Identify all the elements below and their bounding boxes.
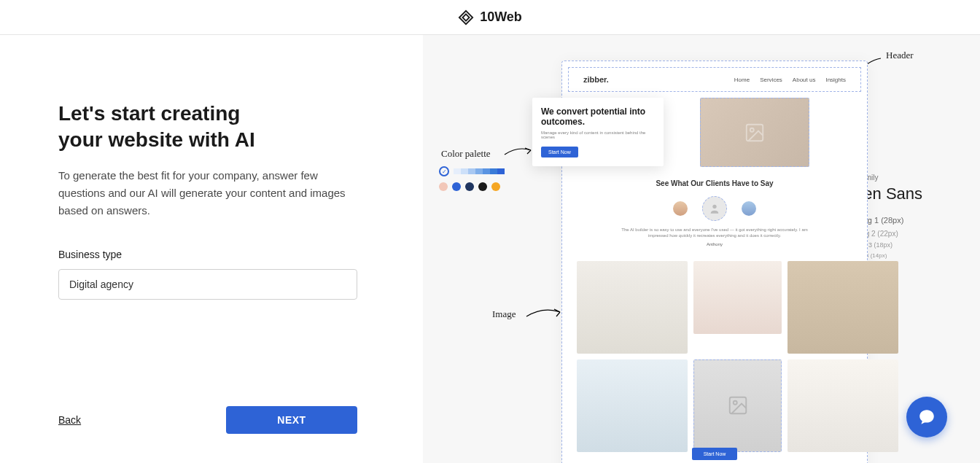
form-actions: Back NEXT xyxy=(58,406,357,434)
gallery-image-placeholder xyxy=(693,359,782,452)
palette-dot xyxy=(439,182,448,191)
palette-dot xyxy=(465,182,474,191)
arrow-image xyxy=(525,305,561,326)
preview-hero-button: Start Now xyxy=(541,147,578,157)
chat-button[interactable] xyxy=(906,397,947,437)
title-line2: your website with AI xyxy=(58,128,255,151)
business-type-label: Business type xyxy=(58,249,386,260)
palette-dot xyxy=(452,182,461,191)
preview-nav-item: Home xyxy=(734,77,750,83)
palette-dot xyxy=(491,182,500,191)
preview-nav: Home Services About us Insights xyxy=(734,77,846,83)
preview-clients: See What Our Clients Have to Say The AI … xyxy=(568,172,861,254)
preview-hero-sub: Manage every kind of content in consiste… xyxy=(541,131,655,139)
svg-point-0 xyxy=(712,205,716,209)
preview-gallery xyxy=(562,254,867,440)
palette-swatch xyxy=(454,168,461,174)
form-panel: Let's start creating your website with A… xyxy=(0,35,423,463)
gallery-image xyxy=(577,261,688,354)
title-line1: Let's start creating xyxy=(58,102,240,125)
preview-hero-card: We convert potential into outcomes. Mana… xyxy=(532,98,664,166)
gallery-image xyxy=(788,261,898,354)
preview-clients-text: The AI builder is so easy to use and eve… xyxy=(612,227,817,239)
palette-swatch xyxy=(497,168,505,174)
arrow-color xyxy=(503,144,532,162)
preview-hero-title: We convert potential into outcomes. xyxy=(541,106,655,128)
gallery-image xyxy=(693,261,782,335)
logo-icon xyxy=(458,9,474,26)
avatar xyxy=(673,201,688,216)
business-type-select[interactable]: Digital agency xyxy=(58,269,357,300)
next-button[interactable]: NEXT xyxy=(226,406,357,434)
page-title: Let's start creating your website with A… xyxy=(58,101,386,154)
preview-clients-name: Anthony xyxy=(583,242,847,246)
annotation-header: Header xyxy=(886,50,914,61)
annotation-image: Image xyxy=(492,308,516,320)
app-header: 10Web xyxy=(0,0,980,35)
main-content: Let's start creating your website with A… xyxy=(0,35,980,463)
palette-swatch xyxy=(483,168,490,174)
preview-logo: zibber. xyxy=(583,75,609,84)
palette-swatch xyxy=(461,168,468,174)
annotation-color: Color palette xyxy=(441,148,491,160)
preview-cta-button: Start Now xyxy=(692,448,738,460)
logo-text: 10Web xyxy=(480,9,522,25)
preview-panel: Header Color palette ✓ xyxy=(423,35,980,463)
palette-check-icon: ✓ xyxy=(439,166,449,176)
avatar xyxy=(742,201,756,216)
preview-hero-image-placeholder xyxy=(700,98,809,167)
palette-swatch xyxy=(475,168,483,174)
color-palette: ✓ xyxy=(439,166,505,191)
preview-nav-item: Services xyxy=(760,77,782,83)
preview-header: zibber. Home Services About us Insights xyxy=(568,67,861,92)
preview-clients-title: See What Our Clients Have to Say xyxy=(583,179,847,187)
avatar-placeholder xyxy=(702,196,727,221)
back-link[interactable]: Back xyxy=(58,414,81,426)
palette-dot xyxy=(478,182,487,191)
palette-swatch xyxy=(468,168,475,174)
business-type-value: Digital agency xyxy=(69,279,133,290)
svg-point-4 xyxy=(750,128,754,131)
palette-swatch xyxy=(490,168,497,174)
svg-point-2 xyxy=(733,401,736,405)
preview-nav-item: About us xyxy=(793,77,816,83)
page-subtitle: To generate the best fit for your compan… xyxy=(58,167,365,219)
preview-nav-item: Insights xyxy=(825,77,846,83)
gallery-image xyxy=(788,359,898,452)
gallery-image xyxy=(577,359,688,452)
